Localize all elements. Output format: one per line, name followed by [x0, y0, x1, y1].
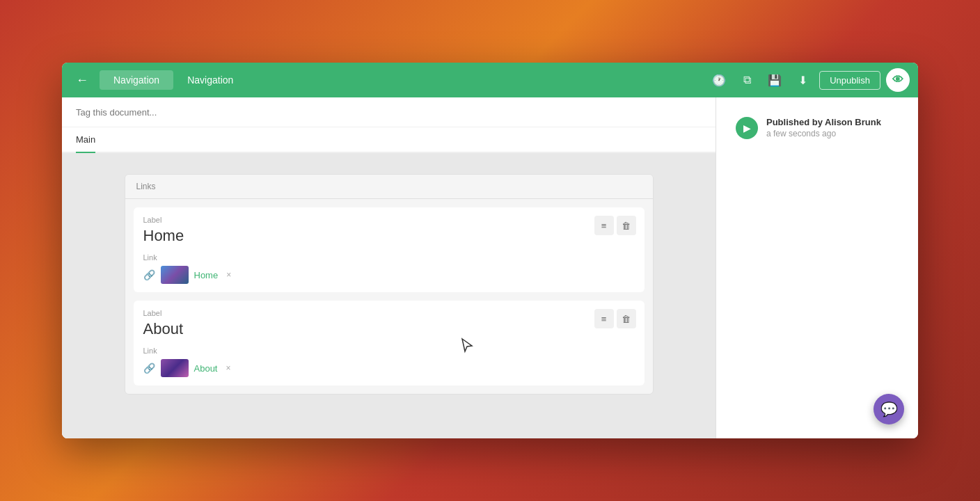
view-button[interactable]: 👁 — [886, 68, 910, 92]
home-link-label: Link — [143, 253, 635, 262]
history-button[interactable]: 🕐 — [708, 69, 730, 91]
about-remove[interactable]: × — [226, 363, 230, 373]
app-window: ← Navigation Navigation 🕐 ⧉ 💾 ⬇ Unpublis… — [62, 63, 918, 438]
about-link-ref: 🔗 About × — [143, 359, 635, 377]
history-icon: 🕐 — [712, 74, 726, 87]
drag-icon-about: ≡ — [601, 314, 607, 324]
delete-button-home[interactable]: 🗑 — [617, 216, 636, 235]
eye-icon: 👁 — [892, 74, 903, 86]
toolbar: ← Navigation Navigation 🕐 ⧉ 💾 ⬇ Unpublis… — [62, 63, 918, 97]
about-label-text: Label — [143, 309, 635, 317]
home-thumbnail — [161, 266, 189, 284]
published-info: Published by Alison Brunk a few seconds … — [766, 117, 899, 138]
links-header: Links — [125, 175, 653, 199]
link-item-home: ≡ 🗑 Label Home Link 🔗 Home — [134, 207, 645, 292]
delete-icon: 🗑 — [622, 221, 631, 231]
toolbar-page-title: Navigation — [187, 74, 233, 86]
home-link-ref: 🔗 Home × — [143, 266, 635, 284]
save-button[interactable]: 💾 — [764, 69, 786, 91]
editor-area: Links ≡ 🗑 Label Home L — [62, 153, 716, 438]
link-chain-icon-about: 🔗 — [143, 363, 155, 374]
tag-bar — [62, 97, 716, 127]
drag-button-home[interactable]: ≡ — [594, 216, 614, 235]
link-item-about-actions: ≡ 🗑 — [594, 309, 636, 328]
tab-main[interactable]: Main — [76, 127, 95, 152]
back-icon: ← — [76, 73, 88, 88]
home-remove[interactable]: × — [226, 270, 231, 280]
home-title: Home — [143, 227, 635, 245]
toolbar-actions: 🕐 ⧉ 💾 ⬇ Unpublish 👁 — [708, 68, 910, 92]
home-label-text: Label — [143, 216, 635, 224]
download-button[interactable]: ⬇ — [791, 69, 814, 91]
published-icon: ▶ — [736, 117, 758, 139]
published-by: Published by Alison Brunk — [766, 117, 899, 127]
link-item-about: ≡ 🗑 Label About Link 🔗 About — [134, 301, 645, 385]
tab-bar: Main — [62, 127, 716, 153]
about-thumbnail — [161, 359, 189, 377]
unpublish-button[interactable]: Unpublish — [819, 71, 880, 90]
copy-button[interactable]: ⧉ — [736, 69, 758, 91]
links-container: Links ≡ 🗑 Label Home L — [125, 174, 654, 395]
about-link[interactable]: About — [194, 363, 218, 374]
copy-icon: ⧉ — [743, 74, 751, 86]
drag-icon: ≡ — [601, 221, 607, 231]
about-title: About — [143, 320, 635, 338]
chat-icon: 💬 — [880, 401, 898, 418]
window-body: Main Links ≡ 🗑 — [62, 97, 918, 438]
drag-button-about[interactable]: ≡ — [594, 309, 614, 328]
chat-bubble[interactable]: 💬 — [874, 394, 904, 424]
home-link[interactable]: Home — [194, 270, 219, 280]
play-icon: ▶ — [743, 122, 751, 134]
link-item-home-actions: ≡ 🗑 — [594, 216, 636, 235]
back-button[interactable]: ← — [70, 70, 94, 90]
main-content: Main Links ≡ 🗑 — [62, 97, 716, 438]
about-link-label: Link — [143, 347, 635, 355]
sidebar: ▶ Published by Alison Brunk a few second… — [716, 97, 918, 438]
published-time: a few seconds ago — [766, 129, 899, 138]
link-chain-icon: 🔗 — [143, 269, 155, 280]
toolbar-tab[interactable]: Navigation — [100, 70, 173, 90]
delete-icon-about: 🗑 — [622, 314, 631, 324]
published-card: ▶ Published by Alison Brunk a few second… — [727, 109, 907, 148]
delete-button-about[interactable]: 🗑 — [617, 309, 636, 328]
tab-main-label: Main — [76, 134, 95, 145]
save-icon: 💾 — [768, 74, 782, 87]
download-icon: ⬇ — [798, 74, 807, 87]
tag-input[interactable] — [76, 107, 702, 118]
